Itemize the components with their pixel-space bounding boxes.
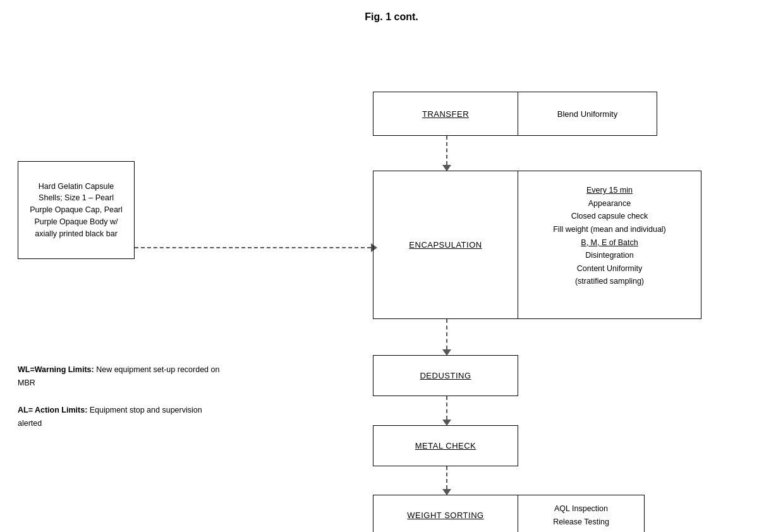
weightsorting-box: WEIGHT SORTING xyxy=(373,495,518,532)
flowchart: Hard Gelatin Capsule Shells; Size 1 – Pe… xyxy=(0,35,783,532)
encap-label: ENCAPSULATION xyxy=(409,240,482,250)
weightsorting-label: WEIGHT SORTING xyxy=(407,511,483,520)
capsule-box: Hard Gelatin Capsule Shells; Size 1 – Pe… xyxy=(18,161,135,259)
h-arrow-capsule-encap xyxy=(135,243,377,252)
arrow-transfer-encap xyxy=(442,136,451,172)
weightsorting-row: WEIGHT SORTING AQL Inspection Release Te… xyxy=(373,495,645,532)
al-paragraph: AL= Action Limits: Equipment stop and su… xyxy=(18,404,226,431)
transfer-label: TRANSFER xyxy=(422,109,469,119)
arrow-metalcheck-weightsorting xyxy=(442,466,451,497)
dedusting-box: DEDUSTING xyxy=(373,355,518,396)
weightsorting-side-content: AQL Inspection Release Testing xyxy=(526,499,636,531)
weightsorting-side-box: AQL Inspection Release Testing xyxy=(518,495,645,532)
weightsorting-side-item2: Release Testing xyxy=(533,516,629,529)
encap-side-box: Every 15 min Appearance Closed capsule c… xyxy=(518,171,701,319)
weightsorting-side-item1: AQL Inspection xyxy=(533,502,629,516)
encap-box: ENCAPSULATION xyxy=(373,171,518,319)
encap-item5: Content Uniformity xyxy=(536,262,683,275)
encap-row: ENCAPSULATION Every 15 min Appearance Cl… xyxy=(373,171,701,319)
al-label: AL= Action Limits: xyxy=(18,406,87,414)
dedusting-row: DEDUSTING xyxy=(373,355,518,396)
encap-item6: (stratified sampling) xyxy=(536,275,683,288)
transfer-row: TRANSFER Blend Uniformity xyxy=(373,92,657,136)
metalcheck-row: METAL CHECK xyxy=(373,425,518,466)
encap-bme: B, M, E of Batch xyxy=(536,236,683,250)
page: Fig. 1 cont. Hard Gelatin Capsule Shells… xyxy=(0,0,783,532)
encap-item1: Appearance xyxy=(536,197,683,210)
metalcheck-box: METAL CHECK xyxy=(373,425,518,466)
wl-label: WL=Warning Limits: xyxy=(18,365,94,374)
transfer-side-text: Blend Uniformity xyxy=(557,109,617,119)
capsule-box-text: Hard Gelatin Capsule Shells; Size 1 – Pe… xyxy=(28,181,124,240)
dedusting-label: DEDUSTING xyxy=(420,371,471,380)
bottom-left-text: WL=Warning Limits: New equipment set-up … xyxy=(18,363,226,430)
transfer-box: TRANSFER xyxy=(373,92,518,136)
arrow-dedusting-metalcheck xyxy=(442,396,451,427)
encap-item4: Disintegration xyxy=(536,249,683,262)
transfer-side-box: Blend Uniformity xyxy=(518,92,657,136)
wl-paragraph: WL=Warning Limits: New equipment set-up … xyxy=(18,363,226,390)
arrow-encap-dedusting xyxy=(442,319,451,357)
metalcheck-label: METAL CHECK xyxy=(415,441,476,450)
encap-side-content: Every 15 min Appearance Closed capsule c… xyxy=(527,178,692,312)
encap-item3: Fill weight (mean and individual) xyxy=(536,223,683,236)
page-title: Fig. 1 cont. xyxy=(0,0,783,29)
encap-every15: Every 15 min xyxy=(536,184,683,197)
encap-item2: Closed capsule check xyxy=(536,210,683,223)
